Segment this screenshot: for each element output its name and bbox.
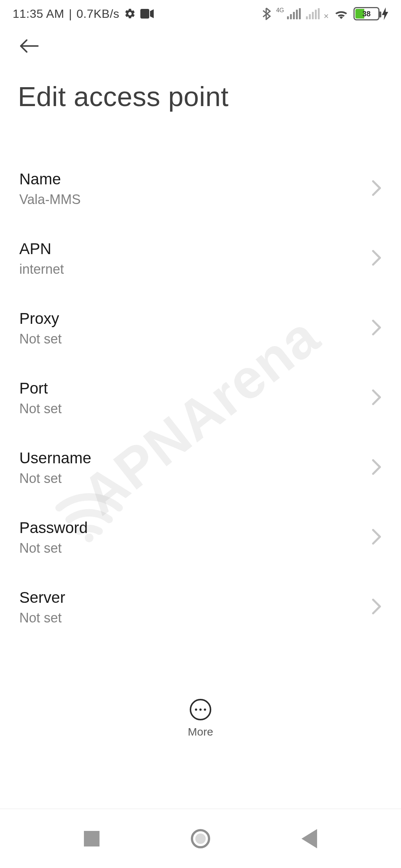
page-title: Edit access point bbox=[18, 81, 386, 112]
nav-back-button[interactable] bbox=[287, 824, 332, 854]
battery-indicator: 38 bbox=[353, 7, 388, 20]
charging-icon bbox=[382, 7, 388, 20]
row-mmsc[interactable]: MMSC http://10.16.18.4:38090/was bbox=[19, 645, 382, 651]
row-port[interactable]: Port Not set bbox=[19, 366, 382, 436]
chevron-right-icon bbox=[371, 459, 382, 477]
row-value: internet bbox=[19, 262, 64, 277]
row-value: Vala-MMS bbox=[19, 192, 81, 207]
row-label: Proxy bbox=[19, 310, 62, 328]
status-separator: | bbox=[69, 7, 72, 21]
row-value: Not set bbox=[19, 540, 88, 556]
svg-marker-1 bbox=[150, 9, 154, 18]
nav-recents-button[interactable] bbox=[69, 824, 114, 854]
system-nav-bar bbox=[0, 809, 401, 868]
row-label: Server bbox=[19, 589, 65, 606]
signal-sim2-icon bbox=[306, 8, 320, 19]
circle-icon bbox=[191, 829, 210, 848]
chevron-right-icon bbox=[371, 319, 382, 337]
chevron-right-icon bbox=[371, 250, 382, 267]
network-type-label: 4G bbox=[276, 7, 284, 14]
battery-percent: 38 bbox=[362, 10, 371, 18]
square-icon bbox=[84, 831, 100, 846]
row-value: Not set bbox=[19, 401, 62, 417]
signal-no-service-icon: ✕ bbox=[323, 12, 329, 20]
row-value: Not set bbox=[19, 331, 62, 347]
signal-sim1-icon bbox=[287, 8, 301, 19]
row-label: Name bbox=[19, 170, 81, 188]
row-label: APN bbox=[19, 240, 64, 258]
gear-icon bbox=[124, 8, 136, 20]
row-name[interactable]: Name Vala-MMS bbox=[19, 157, 382, 227]
row-server[interactable]: Server Not set bbox=[19, 575, 382, 645]
row-value: Not set bbox=[19, 610, 65, 626]
chevron-right-icon bbox=[371, 389, 382, 407]
nav-home-button[interactable] bbox=[178, 824, 223, 854]
row-label: Port bbox=[19, 379, 62, 397]
video-icon bbox=[140, 9, 154, 19]
triangle-left-icon bbox=[301, 829, 317, 848]
page-header: Edit access point bbox=[0, 26, 401, 112]
chevron-right-icon bbox=[371, 180, 382, 198]
more-dots-icon bbox=[195, 708, 206, 711]
row-proxy[interactable]: Proxy Not set bbox=[19, 296, 382, 366]
row-apn[interactable]: APN internet bbox=[19, 227, 382, 296]
status-net-speed: 0.7KB/s bbox=[76, 7, 120, 21]
row-label: Username bbox=[19, 449, 91, 467]
back-button[interactable] bbox=[18, 35, 40, 57]
row-value: Not set bbox=[19, 471, 91, 486]
chevron-right-icon bbox=[371, 529, 382, 546]
row-label: Password bbox=[19, 519, 88, 537]
bluetooth-icon bbox=[261, 7, 271, 20]
row-password[interactable]: Password Not set bbox=[19, 506, 382, 575]
status-time: 11:35 AM bbox=[13, 7, 64, 21]
settings-list: Name Vala-MMS APN internet Proxy bbox=[0, 157, 401, 651]
row-username[interactable]: Username Not set bbox=[19, 436, 382, 506]
status-left: 11:35 AM | 0.7KB/s bbox=[13, 7, 154, 21]
svg-marker-2 bbox=[382, 7, 388, 20]
wifi-icon bbox=[334, 8, 348, 19]
svg-rect-0 bbox=[140, 9, 149, 19]
more-button[interactable] bbox=[190, 699, 211, 720]
more-label: More bbox=[188, 726, 213, 738]
chevron-right-icon bbox=[371, 598, 382, 616]
status-right: 4G ✕ 38 bbox=[261, 7, 388, 20]
status-bar: 11:35 AM | 0.7KB/s 4G ✕ 38 bbox=[0, 0, 401, 26]
bottom-toolbar: More bbox=[0, 691, 401, 738]
